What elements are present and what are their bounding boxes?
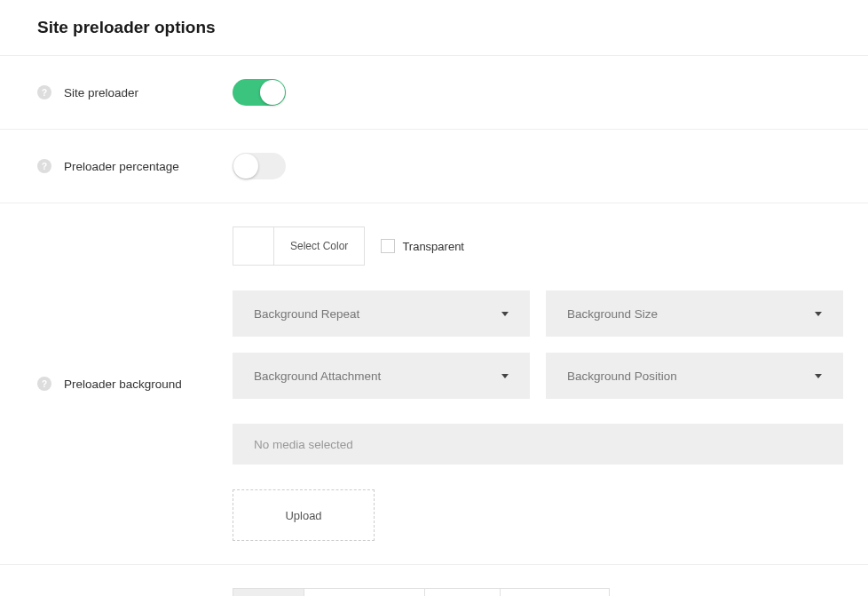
tab-css-animation[interactable]: CSS animation: [304, 589, 425, 596]
transparent-label: Transparent: [402, 240, 464, 253]
tab-none[interactable]: None: [233, 589, 304, 596]
page-title: Site preloader options: [0, 0, 868, 55]
bg-attachment-select[interactable]: Background Attachment: [233, 353, 530, 399]
chevron-down-icon: [501, 312, 509, 316]
help-icon[interactable]: ?: [37, 85, 51, 99]
color-picker: Select Color: [233, 226, 365, 266]
help-icon[interactable]: ?: [37, 159, 51, 173]
preloader-percentage-toggle[interactable]: [233, 153, 286, 179]
select-label: Background Repeat: [254, 307, 359, 321]
upload-button[interactable]: Upload: [233, 489, 375, 541]
chevron-down-icon: [815, 312, 822, 316]
chevron-down-icon: [815, 374, 822, 378]
row-label: Site preloader: [64, 86, 138, 99]
row-site-preloader: ? Site preloader: [0, 55, 868, 129]
style-tabs: None CSS animation Image Progress bar: [233, 588, 610, 596]
chevron-down-icon: [501, 374, 509, 378]
row-label: Preloader background: [64, 377, 182, 391]
select-label: Background Position: [567, 370, 677, 383]
bg-repeat-select[interactable]: Background Repeat: [233, 290, 530, 337]
tab-progress-bar[interactable]: Progress bar: [501, 589, 609, 596]
media-selected-display: No media selected: [233, 424, 843, 465]
row-label: Preloader percentage: [64, 160, 179, 173]
help-icon[interactable]: ?: [37, 377, 51, 391]
color-swatch[interactable]: [233, 227, 274, 265]
tab-image[interactable]: Image: [425, 589, 501, 596]
row-preloader-percentage: ? Preloader percentage: [0, 129, 868, 203]
site-preloader-toggle[interactable]: [233, 79, 286, 106]
row-preloader-background: ? Preloader background Select Color Tran…: [0, 203, 868, 564]
row-preloader-style: ? Preloader style None CSS animation Ima…: [0, 564, 868, 596]
bg-position-select[interactable]: Background Position: [546, 353, 843, 399]
select-label: Background Size: [567, 307, 658, 321]
bg-size-select[interactable]: Background Size: [546, 290, 843, 337]
select-label: Background Attachment: [254, 370, 381, 383]
select-color-button[interactable]: Select Color: [274, 227, 364, 265]
transparent-checkbox[interactable]: [381, 239, 395, 253]
